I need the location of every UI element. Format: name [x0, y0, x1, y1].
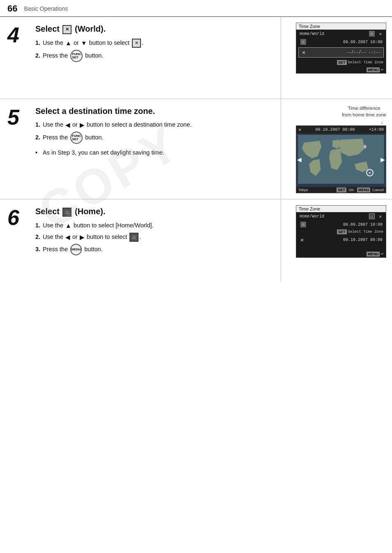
page-chapter: Basic Operations: [24, 5, 68, 12]
scr6-row1-label: Home/World: [300, 214, 324, 219]
scr6-row1: Home/World ⌂ ✕: [296, 212, 386, 220]
menu-button-icon: MENU: [70, 244, 82, 255]
scr6-row2-text: 09.09.2007 10:00: [343, 222, 383, 227]
step-5-num-col: 5: [0, 99, 33, 199]
scr6-row3: ✕ 09.10.2007 00:00: [296, 235, 386, 245]
right-arrow-icon-6: ▶: [80, 232, 85, 242]
step-5-inst-1-num: 1.: [35, 120, 43, 130]
scr4-set-label: SET: [337, 60, 347, 65]
step-5-instructions: 1. Use the ◀ or ▶ button to select a des…: [35, 120, 275, 157]
step-5-map-container: ↓ ✕ 09.10.2007 00:00 +14:00: [296, 120, 386, 193]
scr6-menu-row: MENU ↩: [296, 250, 386, 257]
steps-container: COPY 4 Select ✕ (World). 1. Use the ▲ or…: [0, 17, 392, 282]
step-4-title: Select ✕ (World).: [35, 24, 275, 34]
step-5-title: Select a destination time zone.: [35, 106, 275, 116]
step-6-row: 6 Select ⌂ (Home). 1. Use the ▲ button t…: [0, 199, 392, 282]
scr6-row2: ⌂ 09.09.2007 10:00: [296, 220, 386, 229]
scr5-right-arrow: ▶: [380, 155, 385, 164]
world-icon-inline: ✕: [132, 39, 141, 48]
page-wrapper: 66 Basic Operations COPY 4 Select ✕ (Wor…: [0, 0, 392, 282]
step-4-instructions: 1. Use the ▲ or ▼ button to select ✕. 2.…: [35, 38, 275, 62]
scr6-world-icon: ✕: [379, 214, 382, 219]
step-5-content: Select a destination time zone. 1. Use t…: [33, 99, 281, 199]
step-4-screenshot-col: Time Zone Home/World ⌂ ✕ ⌂ 09.09.2007 10…: [281, 17, 392, 99]
step-4-inst-2-text: Press the FUNCSET button.: [43, 50, 275, 62]
step-6-inst-1-num: 1.: [35, 221, 43, 230]
func-set-button-icon-5: FUNCSET: [70, 132, 83, 144]
step-5-note: • As in Step 3, you can set daylight sav…: [35, 148, 275, 157]
time-diff-arrow: ↓: [296, 120, 383, 125]
down-arrow-icon: ▼: [81, 38, 87, 48]
scr6-row3-icon: ✕: [300, 236, 304, 243]
step-6-instructions: 1. Use the ▲ button to select [Home/Worl…: [35, 221, 275, 255]
scr6-row2b: SET Select Time Zone: [296, 229, 386, 235]
up-arrow-icon: ▲: [65, 38, 71, 48]
scr4-row1-label: Home/World: [300, 32, 324, 36]
scr4-menu-row: MENU ↩: [296, 66, 386, 73]
scr6-titlebar: Time Zone: [296, 206, 386, 212]
step-4-content: Select ✕ (World). 1. Use the ▲ or ▼ butt…: [33, 17, 281, 99]
step-5-screenshot-col: Time differencefrom home time zone ↓ ✕ 0…: [281, 99, 392, 199]
left-arrow-icon-6: ◀: [65, 232, 70, 242]
step-5-note-bullet: •: [35, 148, 43, 157]
world-icon-title: ✕: [62, 25, 71, 34]
step-5-number: 5: [7, 106, 19, 128]
up-arrow-icon-6: ▲: [65, 221, 71, 231]
step-6-number: 6: [7, 207, 19, 228]
scr5-header-icon: ✕: [298, 127, 301, 133]
scr4-row2: ⌂ 09.09.2007 10:00: [296, 38, 386, 46]
scr4-home-icon: ⌂: [369, 31, 375, 37]
step-4-inst-1: 1. Use the ▲ or ▼ button to select ✕.: [35, 38, 275, 48]
step-6-title: Select ⌂ (Home).: [35, 207, 275, 217]
scr5-footer: Tokyo SET OK MENU Cancel: [296, 187, 386, 193]
step-6-inst-1: 1. Use the ▲ button to select [Home/Worl…: [35, 221, 275, 231]
step-6-content: Select ⌂ (Home). 1. Use the ▲ button to …: [33, 199, 281, 282]
scr6-spacer: [296, 245, 386, 250]
step-5-screenshot: ✕ 09.10.2007 00:00 +14:00: [296, 125, 386, 193]
scr4-menu-icon: ↩: [380, 67, 383, 72]
scr4-row3-text: --/--/-- --:--: [346, 50, 381, 55]
step-6-screenshot: Time Zone Home/World ⌂ ✕ ⌂ 09.09.2007 10…: [296, 205, 386, 258]
scr5-city: Tokyo: [298, 188, 308, 192]
func-set-button-icon: FUNCSET: [70, 50, 83, 62]
scr5-left-arrow: ◀: [297, 155, 302, 164]
time-diff-label: Time differencefrom home time zone: [342, 105, 386, 118]
step-5-row: 5 Select a destination time zone. 1. Use…: [0, 99, 392, 199]
scr4-row1: Home/World ⌂ ✕: [296, 30, 386, 38]
step-6-inst-1-text: Use the ▲ button to select [Home/World].: [43, 221, 275, 231]
step-4-screenshot: Time Zone Home/World ⌂ ✕ ⌂ 09.09.2007 10…: [296, 23, 386, 74]
step-4-inst-2-num: 2.: [35, 51, 43, 60]
step-4-number: 4: [7, 24, 19, 46]
scr4-menu-label: MENU: [367, 67, 380, 72]
scr6-row1-icons: ⌂ ✕: [368, 213, 383, 219]
step-6-inst-3-num: 3.: [35, 245, 43, 254]
step-6-inst-2-text: Use the ◀ or ▶ button to select ⌂.: [43, 232, 275, 242]
scr4-world-icon: ✕: [379, 31, 382, 37]
step-5-inst-1: 1. Use the ◀ or ▶ button to select a des…: [35, 120, 275, 130]
step-4-inst-1-num: 1.: [35, 38, 43, 48]
right-arrow-icon: ▶: [80, 120, 85, 130]
left-arrow-icon: ◀: [65, 120, 70, 130]
step-5-inst-1-text: Use the ◀ or ▶ button to select a destin…: [43, 120, 275, 130]
scr4-row2-text: 09.09.2007 10:00: [343, 40, 383, 44]
scr4-bottom: SET Select Time Zone: [296, 59, 386, 66]
scr5-footer-right: SET OK MENU Cancel: [337, 188, 384, 192]
page-header: 66 Basic Operations: [0, 0, 392, 17]
step-6-inst-2-num: 2.: [35, 232, 43, 242]
step-6-num-col: 6: [0, 199, 33, 282]
scr4-row3-highlight: ✕ --/--/-- --:--: [298, 47, 384, 58]
scr5-header-diff: +14:00: [369, 127, 384, 132]
step-5-inst-2: 2. Press the FUNCSET button.: [35, 132, 275, 144]
scr6-menu-icon: ↩: [380, 251, 383, 257]
scr4-row2-icon: ⌂: [300, 39, 306, 45]
step-4-inst-1-text: Use the ▲ or ▼ button to select ✕.: [43, 38, 275, 48]
scr5-set-label: SET: [337, 187, 346, 192]
step-4-row: 4 Select ✕ (World). 1. Use the ▲ or ▼ bu…: [0, 17, 392, 99]
step-6-inst-2: 2. Use the ◀ or ▶ button to select ⌂.: [35, 232, 275, 242]
page-number: 66: [7, 3, 17, 14]
scr5-header: ✕ 09.10.2007 00:00 +14:00: [296, 126, 386, 134]
scr5-header-date: 09.10.2007 00:00: [316, 127, 355, 132]
scr4-row1-icons: ⌂ ✕: [368, 31, 383, 37]
step-6-inst-3: 3. Press the MENU button.: [35, 244, 275, 255]
world-map-svg: [296, 135, 386, 184]
